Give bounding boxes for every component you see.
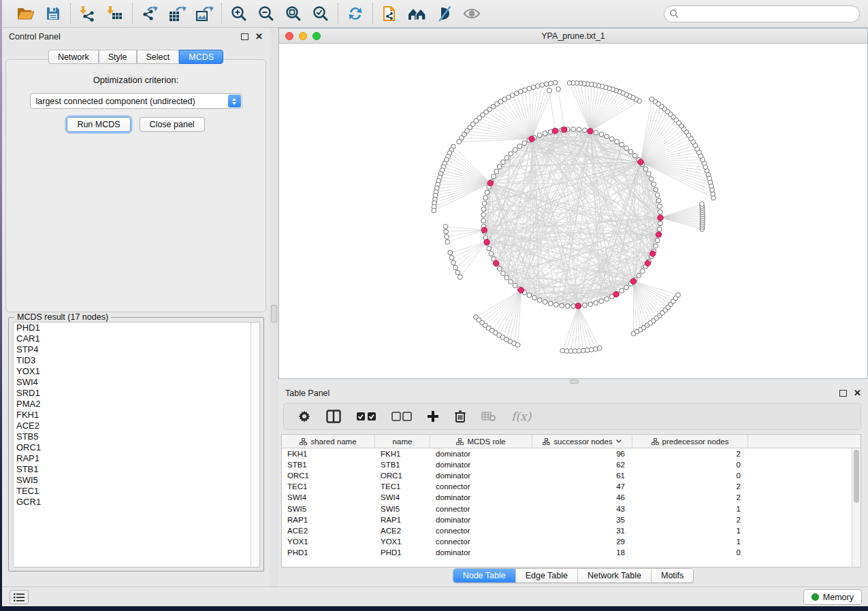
table-row[interactable]: FKH1FKH1dominator962 (282, 448, 852, 459)
export-table-icon[interactable] (166, 3, 188, 24)
splitter-grip[interactable] (570, 380, 579, 384)
mcds-result-item[interactable]: FKH1 (14, 410, 259, 420)
scrollbar-thumb[interactable] (854, 450, 859, 503)
cell: 0 (632, 548, 748, 557)
close-panel-icon[interactable]: ✕ (255, 33, 263, 40)
cell: dominator (430, 472, 532, 480)
task-history-button[interactable] (10, 590, 29, 604)
mcds-result-item[interactable]: STB1 (14, 464, 259, 475)
tab-mcds[interactable]: MCDS (179, 50, 223, 64)
import-table-icon[interactable] (104, 3, 126, 24)
tab-motifs[interactable]: Motifs (652, 569, 693, 582)
float-panel-icon[interactable] (839, 390, 847, 397)
mcds-result-item[interactable]: CAR1 (14, 333, 259, 344)
select-all-icon[interactable] (356, 412, 376, 421)
import-network-icon[interactable] (77, 3, 99, 24)
export-network-icon[interactable] (139, 3, 161, 24)
zoom-out-icon[interactable] (255, 3, 277, 24)
mcds-result-item[interactable]: PMA2 (14, 399, 259, 410)
cell: 61 (532, 472, 632, 480)
mcds-result-item[interactable]: ACE2 (14, 420, 259, 431)
mcds-result-item[interactable]: STP4 (14, 344, 259, 355)
table-row[interactable]: SWI4SWI4dominator462 (282, 492, 852, 503)
horizontal-splitter[interactable] (278, 379, 868, 384)
network-view-window: YPA_prune.txt_1 (278, 28, 868, 379)
deselect-all-icon[interactable] (391, 412, 412, 421)
mcds-result-item[interactable]: SRD1 (14, 388, 259, 399)
add-column-icon[interactable] (427, 410, 439, 423)
cell: SWI5 (282, 505, 375, 513)
tab-select[interactable]: Select (137, 50, 180, 64)
delete-column-icon[interactable] (454, 410, 466, 423)
zoom-fit-icon[interactable] (283, 3, 304, 24)
close-panel-icon[interactable]: ✕ (854, 390, 861, 397)
zoom-selected-icon[interactable] (310, 3, 332, 24)
mcds-result-item[interactable]: SWI5 (14, 475, 259, 486)
mcds-result-item[interactable]: SWI4 (14, 377, 259, 388)
open-file-icon[interactable] (15, 3, 37, 24)
table-row[interactable]: SWI5SWI5connector431 (282, 503, 852, 514)
cell: connector (430, 505, 532, 513)
mcds-result-item[interactable]: TID3 (14, 355, 259, 366)
table-row[interactable]: ACE2ACE2connector311 (282, 525, 852, 536)
mcds-result-item[interactable]: GCR1 (14, 497, 259, 508)
cell: TEC1 (282, 482, 375, 491)
table-scrollbar[interactable] (852, 448, 861, 567)
mcds-list-scrollbar[interactable] (251, 323, 259, 567)
show-graphics-icon[interactable] (461, 3, 483, 24)
tab-style[interactable]: Style (99, 50, 137, 64)
search-input[interactable] (664, 5, 860, 22)
table-row[interactable]: PHD1PHD1dominator180 (282, 547, 852, 558)
mcds-result-item[interactable]: YOX1 (14, 366, 259, 377)
tab-network-table[interactable]: Network Table (578, 569, 652, 582)
cell: SWI4 (282, 493, 375, 501)
export-image-icon[interactable] (193, 3, 215, 24)
mcds-result-list[interactable]: PHD1CAR1STP4TID3YOX1SWI4SRD1PMA2FKH1ACE2… (13, 322, 260, 567)
mcds-result-title: MCDS result (17 nodes) (14, 312, 111, 322)
mcds-result-item[interactable]: RAP1 (14, 453, 259, 464)
cell: 2 (632, 450, 748, 458)
network-canvas[interactable] (279, 44, 867, 378)
cell: RAP1 (375, 516, 430, 524)
mcds-result-item[interactable]: ORC1 (14, 442, 259, 453)
close-panel-button[interactable]: Close panel (140, 117, 205, 132)
function-builder-icon[interactable]: f(x) (511, 410, 531, 423)
save-session-icon[interactable] (42, 3, 64, 24)
mcds-result-item[interactable]: STB5 (14, 431, 259, 442)
criterion-select[interactable]: largest connected component (undirected) (30, 93, 242, 109)
table-body: FKH1FKH1dominator962STB1STB1dominator620… (282, 448, 852, 567)
mcds-result-item[interactable]: PHD1 (14, 323, 259, 333)
column-header-name[interactable]: name (375, 435, 430, 448)
settings-gear-icon[interactable] (298, 410, 311, 423)
zoom-in-icon[interactable] (228, 3, 250, 24)
column-header-shared-name[interactable]: shared name (282, 435, 375, 448)
column-header-MCDS-role[interactable]: MCDS role (430, 435, 532, 448)
table-row[interactable]: TEC1TEC1connector472 (282, 481, 852, 492)
table-row[interactable]: STB1STB1dominator620 (282, 459, 852, 470)
mcds-result-item[interactable]: TEC1 (14, 486, 259, 497)
cell: 46 (532, 493, 632, 501)
run-mcds-button[interactable]: Run MCDS (67, 117, 130, 132)
table-row[interactable]: ORC1ORC1dominator610 (282, 470, 852, 481)
delete-table-icon[interactable] (481, 411, 496, 422)
hide-annotations-icon[interactable] (434, 3, 455, 24)
tab-node-table[interactable]: Node Table (453, 569, 516, 582)
network-from-file-icon[interactable] (379, 3, 401, 24)
splitter-grip[interactable] (271, 305, 277, 323)
vertical-splitter[interactable] (270, 28, 278, 587)
column-header-predecessor-nodes[interactable]: predecessor nodes (632, 435, 748, 448)
tab-edge-table[interactable]: Edge Table (516, 569, 578, 582)
tab-network[interactable]: Network (48, 50, 99, 64)
table-row[interactable]: YOX1YOX1connector291 (282, 536, 852, 547)
split-panel-icon[interactable] (326, 410, 341, 423)
column-header-successor-nodes[interactable]: successor nodes (532, 435, 632, 448)
network-view-titlebar[interactable]: YPA_prune.txt_1 (279, 29, 867, 44)
table-row[interactable]: RAP1RAP1dominator352 (282, 514, 852, 525)
refresh-icon[interactable] (344, 3, 366, 24)
main-toolbar (2, 0, 868, 28)
cell: 31 (532, 527, 632, 535)
memory-button[interactable]: Memory (803, 589, 862, 605)
float-panel-icon[interactable] (241, 33, 248, 40)
homes-icon[interactable] (406, 3, 428, 24)
cell: 29 (532, 538, 632, 546)
